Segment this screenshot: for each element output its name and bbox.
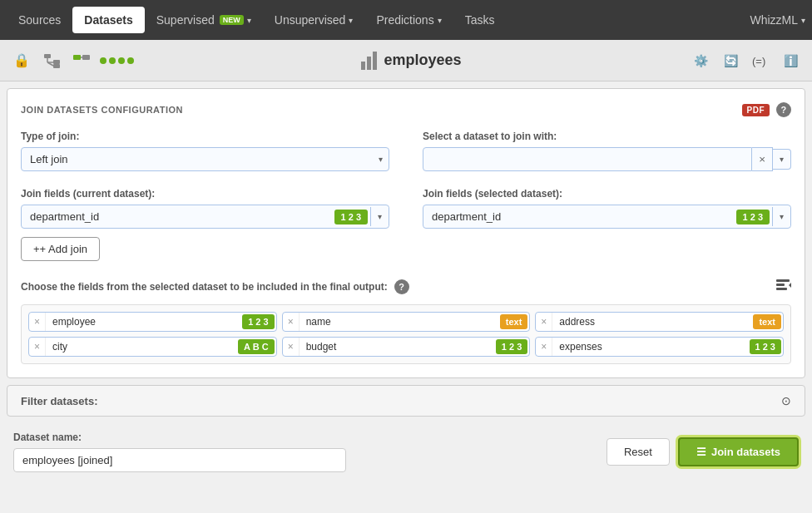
list-item: × city A B C: [28, 337, 277, 357]
field-name-address: address: [552, 313, 751, 331]
field-type-budget: 1 2 3: [496, 339, 527, 354]
fields-help-icon[interactable]: ?: [394, 279, 409, 294]
unsupervised-arrow-icon: ▾: [349, 16, 353, 25]
dataset-clear-button[interactable]: ×: [752, 147, 773, 171]
help-icon[interactable]: ?: [776, 102, 791, 117]
refresh-icon[interactable]: 🔄: [719, 49, 742, 72]
join-config-section: JOIN DATASETS CONFIGURATION PDF ? Type o…: [7, 88, 805, 378]
dataset-name-label: Dataset name:: [13, 432, 593, 443]
svg-text:(=): (=): [752, 55, 765, 67]
svg-rect-7: [82, 55, 90, 60]
section-title: JOIN DATASETS CONFIGURATION PDF ?: [21, 102, 791, 117]
field-name-budget: budget: [300, 338, 494, 356]
choose-fields-label: Choose the fields from the selected data…: [21, 281, 388, 293]
list-item: × name text: [282, 312, 531, 332]
dataset-config-icon[interactable]: [70, 49, 93, 72]
join-type-group: Type of join: Left join Inner join Right…: [21, 131, 389, 171]
dataset-name-input[interactable]: [13, 448, 346, 472]
svg-rect-12: [776, 288, 787, 290]
filter-toggle-icon[interactable]: ⊙: [781, 394, 791, 407]
field-remove-name[interactable]: ×: [283, 313, 300, 331]
join-field-current-wrapper: department_id 1 2 3 ▾: [21, 205, 389, 229]
field-remove-expenses[interactable]: ×: [536, 338, 552, 356]
current-field-badge: 1 2 3: [334, 210, 368, 224]
current-field-arrow-icon[interactable]: ▾: [370, 207, 389, 226]
selected-field-badge: 1 2 3: [736, 210, 770, 224]
svg-rect-11: [776, 284, 785, 286]
field-type-address: text: [753, 314, 781, 329]
fields-toggle-icon[interactable]: [775, 278, 791, 296]
dataset-name-section: Dataset name:: [13, 432, 593, 472]
nav-bar: Sources Datasets Supervised NEW ▾ Unsupe…: [0, 0, 812, 40]
join-type-select-wrapper: Left join Inner join Right join Outer jo…: [21, 147, 389, 171]
join-field-selected-wrapper: department_id 1 2 3 ▾: [423, 205, 791, 229]
toolbar: 🔒: [0, 40, 812, 81]
svg-rect-1: [53, 60, 60, 64]
nav-supervised[interactable]: Supervised NEW ▾: [145, 7, 263, 33]
join-type-label: Type of join:: [21, 131, 389, 142]
dataset-select-wrapper: departments × ▾: [423, 147, 791, 171]
field-type-city: A B C: [238, 339, 275, 354]
list-item: × employee 1 2 3: [28, 312, 277, 332]
footer: Dataset name: Reset ☰ Join datasets: [0, 423, 812, 481]
svg-rect-6: [73, 55, 81, 60]
fields-grid: × employee 1 2 3 × name text × address: [21, 304, 791, 364]
nav-unsupervised[interactable]: Unsupervised ▾: [263, 7, 365, 33]
field-remove-city[interactable]: ×: [29, 338, 46, 356]
join-fields-selected-label: Join fields (selected dataset):: [423, 188, 791, 200]
join-fields-current-group: Join fields (current dataset): departmen…: [21, 188, 389, 229]
toolbar-right: ⚙️ 🔄 (=) ℹ️: [689, 49, 802, 72]
join-datasets-button[interactable]: ☰ Join datasets: [678, 437, 799, 466]
filter-header[interactable]: Filter datasets: ⊙: [7, 386, 805, 416]
nav-user[interactable]: WhizzML ▾: [750, 13, 805, 27]
toolbar-title: employees: [141, 52, 682, 70]
field-type-employee: 1 2 3: [242, 314, 274, 329]
nav-sources[interactable]: Sources: [7, 7, 72, 33]
add-join-button[interactable]: + + Add join: [21, 237, 100, 261]
new-badge: NEW: [220, 15, 244, 25]
nav-tasks[interactable]: Tasks: [453, 7, 507, 33]
list-item: × expenses 1 2 3: [535, 337, 784, 357]
dataset-dropdown-button[interactable]: ▾: [773, 149, 791, 170]
list-item: × budget 1 2 3: [282, 337, 531, 357]
field-remove-employee[interactable]: ×: [29, 313, 46, 331]
field-name-expenses: expenses: [552, 338, 747, 356]
add-join-plus-icon: +: [33, 243, 40, 255]
dataset-select-input[interactable]: departments: [423, 147, 752, 171]
selected-field-name: department_id: [423, 205, 734, 228]
info-icon[interactable]: ℹ️: [779, 49, 802, 72]
selected-field-arrow-icon[interactable]: ▾: [772, 207, 790, 226]
svg-rect-2: [53, 64, 60, 68]
field-remove-address[interactable]: ×: [536, 313, 552, 331]
field-remove-budget[interactable]: ×: [283, 338, 300, 356]
supervised-arrow-icon: ▾: [247, 16, 251, 25]
filter-title: Filter datasets:: [21, 395, 97, 407]
join-fields-row: Join fields (current dataset): departmen…: [21, 188, 791, 229]
filter-section: Filter datasets: ⊙: [7, 385, 805, 417]
predictions-arrow-icon: ▾: [438, 16, 442, 25]
user-arrow-icon: ▾: [801, 16, 805, 25]
join-type-select[interactable]: Left join Inner join Right join Outer jo…: [21, 147, 389, 171]
lock-icon: 🔒: [10, 49, 33, 72]
field-type-name: text: [500, 314, 528, 329]
list-item: × address text: [535, 312, 784, 332]
status-dots: [100, 57, 134, 64]
app-wrapper: Sources Datasets Supervised NEW ▾ Unsupe…: [0, 0, 812, 513]
fields-header: Choose the fields from the selected data…: [21, 278, 791, 296]
field-type-expenses: 1 2 3: [750, 339, 781, 354]
fields-section: Choose the fields from the selected data…: [21, 278, 791, 364]
settings-icon[interactable]: ⚙️: [689, 49, 712, 72]
content-area: JOIN DATASETS CONFIGURATION PDF ? Type o…: [0, 81, 812, 513]
pdf-button[interactable]: PDF: [742, 104, 770, 116]
chart-icon: [361, 52, 377, 70]
reset-button[interactable]: Reset: [607, 438, 670, 466]
code-icon[interactable]: (=): [749, 49, 772, 72]
footer-buttons: Reset ☰ Join datasets: [607, 437, 799, 466]
nav-predictions[interactable]: Predictions ▾: [364, 7, 453, 33]
dataset-tree-icon[interactable]: [40, 49, 63, 72]
current-field-name: department_id: [22, 205, 332, 228]
svg-rect-0: [44, 54, 51, 58]
nav-datasets[interactable]: Datasets: [72, 7, 144, 33]
join-datasets-icon: ☰: [696, 446, 706, 458]
field-name-city: city: [46, 338, 236, 356]
